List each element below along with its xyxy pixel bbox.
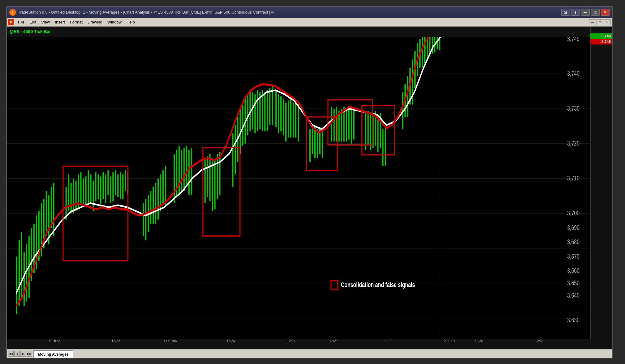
- svg-rect-40: [53, 183, 54, 236]
- svg-rect-124: [322, 129, 323, 158]
- svg-rect-28: [24, 252, 25, 306]
- svg-rect-71: [153, 187, 154, 224]
- svg-rect-93: [235, 125, 236, 174]
- inner-window-controls: — □ ✕: [589, 19, 611, 25]
- nav-prev-button[interactable]: ◀: [14, 351, 20, 357]
- svg-text:M: M: [10, 21, 12, 24]
- svg-rect-140: [377, 115, 378, 152]
- nav-first-button[interactable]: ◀◀: [8, 351, 14, 357]
- svg-rect-122: [317, 129, 318, 158]
- svg-rect-75: [162, 170, 164, 203]
- inner-maximize-button[interactable]: □: [597, 19, 603, 25]
- svg-rect-111: [280, 96, 282, 131]
- svg-rect-79: [179, 146, 180, 195]
- svg-text:3,700: 3,700: [567, 210, 580, 217]
- svg-rect-105: [264, 92, 265, 131]
- svg-rect-84: [191, 148, 192, 195]
- price-chart: 3,749 3,740 3,730 3,720 3,710 3,700 3,69…: [7, 27, 590, 339]
- menu-file[interactable]: File: [15, 19, 27, 25]
- svg-rect-55: [100, 176, 101, 207]
- svg-rect-77: [174, 154, 175, 203]
- svg-rect-62: [117, 174, 119, 197]
- svg-rect-133: [351, 109, 352, 144]
- svg-rect-68: [145, 199, 146, 240]
- svg-rect-102: [257, 90, 258, 131]
- time-label-1227: 12/27: [329, 339, 338, 343]
- title-controls: S I — □ ✕: [561, 9, 610, 16]
- svg-rect-108: [272, 86, 273, 125]
- svg-rect-41: [66, 187, 67, 219]
- time-label-1209: 12:09:04: [442, 339, 455, 343]
- svg-rect-129: [341, 109, 342, 142]
- svg-rect-45: [75, 180, 77, 211]
- price-scale: 3,749 3,745: [590, 27, 612, 339]
- window-title: TradeStation 9.5 - Untitled Desktop: 1 -…: [18, 10, 561, 15]
- svg-text:3,630: 3,630: [567, 316, 580, 324]
- main-window: T TradeStation 9.5 - Untitled Desktop: 1…: [6, 6, 613, 358]
- svg-rect-83: [188, 150, 190, 195]
- svg-text:3,720: 3,720: [567, 140, 580, 147]
- svg-rect-61: [115, 170, 116, 195]
- i-button[interactable]: I: [571, 9, 580, 16]
- svg-rect-82: [186, 146, 187, 187]
- navigation-controls: ◀◀ ◀ ▶ ▶▶: [8, 351, 32, 357]
- svg-rect-119: [309, 129, 311, 162]
- svg-rect-29: [26, 244, 27, 302]
- menu-window[interactable]: Window: [105, 19, 124, 25]
- time-label-1231: 12/31: [535, 339, 544, 343]
- svg-rect-57: [105, 174, 106, 203]
- svg-rect-114: [288, 100, 289, 138]
- svg-rect-132: [348, 107, 350, 139]
- menu-bar: M File Edit View Insert Format Drawing W…: [7, 18, 612, 27]
- svg-rect-142: [382, 129, 383, 166]
- svg-rect-116: [293, 103, 294, 138]
- svg-rect-2: [7, 27, 590, 339]
- svg-text:3,670: 3,670: [567, 253, 580, 260]
- app-icon: T: [9, 9, 16, 16]
- svg-rect-107: [269, 88, 270, 125]
- active-tab[interactable]: Moving Averages: [33, 350, 73, 358]
- svg-rect-67: [143, 203, 144, 236]
- close-button[interactable]: ✕: [601, 9, 610, 16]
- svg-rect-63: [120, 172, 121, 199]
- svg-rect-26: [19, 240, 20, 306]
- svg-rect-126: [334, 109, 335, 142]
- svg-rect-80: [181, 150, 182, 191]
- svg-rect-49: [85, 176, 86, 205]
- time-axis: [7, 27, 612, 37]
- nav-last-button[interactable]: ▶▶: [27, 351, 32, 357]
- time-axis-bar: 10:40:21 12/22 11:01:06 12/23 12/24 12/2…: [7, 339, 612, 349]
- svg-rect-39: [51, 187, 52, 228]
- menu-insert[interactable]: Insert: [52, 19, 67, 25]
- svg-text:Consolidation and false signal: Consolidation and false signals: [341, 281, 415, 288]
- svg-rect-60: [112, 172, 114, 201]
- time-label-1222: 12/22: [111, 339, 120, 343]
- svg-rect-53: [95, 172, 96, 201]
- svg-rect-131: [346, 111, 347, 142]
- svg-rect-152: [422, 35, 423, 68]
- svg-rect-85: [205, 158, 206, 203]
- svg-rect-136: [368, 111, 369, 146]
- inner-close-button[interactable]: ✕: [604, 19, 611, 25]
- maximize-button[interactable]: □: [591, 9, 600, 16]
- svg-rect-70: [150, 191, 151, 224]
- inner-minimize-button[interactable]: —: [589, 19, 596, 25]
- svg-rect-47: [80, 172, 81, 203]
- time-label-1230: 12/30: [475, 339, 483, 343]
- menu-format[interactable]: Format: [67, 19, 85, 25]
- svg-rect-143: [385, 127, 386, 166]
- s-button[interactable]: S: [561, 9, 570, 16]
- svg-text:3,650: 3,650: [567, 279, 580, 287]
- minimize-button[interactable]: —: [581, 9, 590, 16]
- title-bar: T TradeStation 9.5 - Untitled Desktop: 1…: [7, 7, 612, 18]
- svg-rect-106: [267, 90, 268, 131]
- menu-view[interactable]: View: [39, 19, 52, 25]
- svg-rect-134: [353, 107, 355, 139]
- menu-drawing[interactable]: Drawing: [85, 19, 105, 25]
- time-label-1224: 12/24: [287, 339, 296, 343]
- nav-next-button[interactable]: ▶: [20, 351, 26, 357]
- menu-edit[interactable]: Edit: [27, 19, 39, 25]
- time-label-1101: 11:01:06: [164, 339, 177, 343]
- svg-rect-120: [312, 125, 313, 154]
- menu-help[interactable]: Help: [124, 19, 137, 25]
